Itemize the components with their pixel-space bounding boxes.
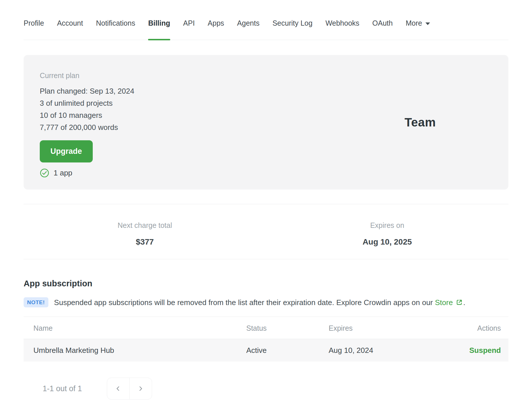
upgrade-button[interactable]: Upgrade [40, 140, 93, 162]
store-link[interactable]: Store [435, 298, 453, 307]
chevron-left-icon [115, 385, 122, 392]
tab-more[interactable]: More [406, 18, 430, 40]
pager-button-group [107, 378, 152, 400]
column-header-expires: Expires [329, 324, 459, 332]
note-text-after: . [463, 298, 465, 307]
tab-security-log[interactable]: Security Log [272, 18, 313, 40]
suspend-action-link[interactable]: Suspend [469, 346, 501, 355]
next-charge-cell: Next charge total $377 [24, 221, 266, 247]
plan-name: Team [404, 116, 436, 129]
billing-summary: Next charge total $377 Expires on Aug 10… [24, 204, 508, 259]
expires-on-label: Expires on [266, 221, 509, 230]
external-link-icon [455, 298, 463, 306]
settings-tab-bar: Profile Account Notifications Billing AP… [24, 0, 508, 40]
plan-changed-date: Plan changed: Sep 13, 2024 [40, 85, 492, 97]
billing-settings-page: Profile Account Notifications Billing AP… [0, 0, 532, 400]
note-text: Suspended app subscriptions will be remo… [54, 298, 465, 307]
tab-more-label: More [406, 18, 422, 28]
tab-notifications[interactable]: Notifications [96, 18, 135, 40]
tab-agents[interactable]: Agents [237, 18, 260, 40]
table-row: Umbrella Marketing Hub Active Aug 10, 20… [24, 339, 508, 362]
app-subscriptions-table: Name Status Expires Actions Umbrella Mar… [24, 317, 508, 362]
column-header-actions: Actions [459, 324, 501, 332]
chevron-down-icon [425, 22, 430, 25]
note-badge: NOTE! [24, 297, 48, 307]
plan-apps-row: 1 app [40, 168, 492, 177]
plan-projects-usage: 3 of unlimited projects [40, 97, 492, 109]
column-header-status: Status [246, 324, 329, 332]
pagination-label: 1-1 out of 1 [43, 384, 82, 393]
chevron-right-icon [137, 385, 144, 392]
tab-oauth[interactable]: OAuth [372, 18, 393, 40]
expires-on-cell: Expires on Aug 10, 2025 [266, 221, 509, 247]
tab-account[interactable]: Account [57, 18, 83, 40]
expires-on-value: Aug 10, 2025 [266, 237, 509, 247]
subscription-name: Umbrella Marketing Hub [33, 346, 246, 355]
current-plan-card: Current plan Plan changed: Sep 13, 2024 … [24, 55, 508, 190]
subscription-status: Active [246, 346, 329, 355]
tab-apps[interactable]: Apps [208, 18, 224, 40]
tab-profile[interactable]: Profile [24, 18, 44, 40]
column-header-name: Name [33, 324, 246, 332]
check-circle-icon [40, 168, 49, 178]
previous-page-button[interactable] [107, 378, 130, 400]
table-header-row: Name Status Expires Actions [24, 317, 508, 339]
tab-billing[interactable]: Billing [148, 18, 170, 40]
subscription-expires: Aug 10, 2024 [329, 346, 459, 355]
next-charge-value: $377 [24, 237, 266, 247]
note-row: NOTE! Suspended app subscriptions will b… [24, 297, 508, 307]
note-text-before: Suspended app subscriptions will be remo… [54, 298, 435, 307]
tab-api[interactable]: API [183, 18, 195, 40]
next-page-button[interactable] [129, 378, 152, 400]
pagination: 1-1 out of 1 [24, 378, 508, 400]
current-plan-label: Current plan [40, 71, 492, 80]
next-charge-label: Next charge total [24, 221, 266, 230]
app-subscription-title: App subscription [24, 278, 508, 289]
plan-apps-count: 1 app [54, 169, 72, 177]
tab-webhooks[interactable]: Webhooks [325, 18, 359, 40]
